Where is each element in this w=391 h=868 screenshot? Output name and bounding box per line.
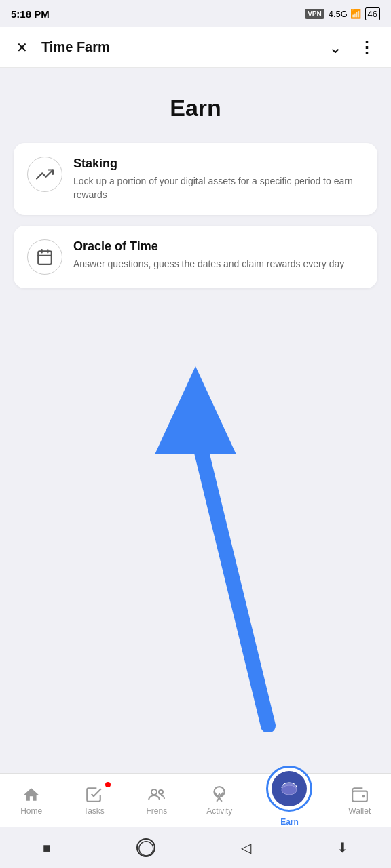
wallet-icon — [351, 786, 369, 804]
status-bar: 5:18 PM VPN 4.5G 📶 46 — [0, 0, 391, 27]
status-time: 5:18 PM — [11, 8, 50, 20]
staking-title: Staking — [73, 157, 364, 171]
nav-label-home: Home — [20, 806, 42, 816]
staking-text: Staking Lock up a portion of your digita… — [73, 157, 364, 201]
earn-icon — [280, 779, 299, 798]
system-square-button[interactable]: ■ — [43, 840, 51, 856]
vpn-badge: VPN — [305, 9, 324, 19]
top-bar-left: ✕ Time Farm — [14, 37, 110, 58]
oracle-icon — [27, 239, 62, 275]
nav-label-earn: Earn — [280, 817, 299, 827]
system-back-button[interactable]: ◁ — [241, 840, 251, 856]
page-title: Earn — [14, 95, 377, 121]
status-icons: VPN 4.5G 📶 46 — [305, 7, 380, 20]
staking-icon — [27, 157, 62, 192]
earn-icon-bg — [272, 771, 307, 806]
nav-item-wallet[interactable]: Wallet — [336, 781, 384, 821]
nav-item-frens[interactable]: Frens — [133, 781, 181, 821]
svg-point-7 — [159, 790, 163, 794]
earn-highlight-ring — [266, 766, 312, 812]
nav-label-activity: Activity — [206, 806, 232, 816]
top-bar: ✕ Time Farm ⌄ ⋮ — [0, 27, 391, 68]
system-home-button[interactable]: ◯ — [136, 838, 155, 857]
nav-label-tasks: Tasks — [83, 806, 105, 816]
svg-marker-5 — [155, 366, 236, 454]
oracle-text: Oracle of Time Answer questions, guess t… — [73, 239, 344, 271]
signal-icon: 4.5G 📶 — [329, 9, 361, 19]
nav-item-earn[interactable]: Earn — [258, 770, 320, 832]
tasks-notification-dot — [105, 782, 111, 787]
nav-item-activity[interactable]: Activity — [196, 781, 243, 821]
home-icon — [22, 786, 40, 804]
staking-desc: Lock up a portion of your digital assets… — [73, 175, 364, 201]
frens-icon — [147, 786, 166, 804]
oracle-title: Oracle of Time — [73, 239, 344, 254]
app-title: Time Farm — [41, 39, 110, 55]
main-content: Earn Staking Lock up a portion of your d… — [0, 68, 391, 313]
svg-point-15 — [362, 795, 364, 797]
oracle-card[interactable]: Oracle of Time Answer questions, guess t… — [14, 226, 377, 288]
top-bar-right: ⌄ ⋮ — [326, 35, 377, 60]
more-button[interactable]: ⋮ — [356, 35, 377, 60]
svg-point-6 — [151, 789, 157, 795]
tasks-icon — [85, 786, 103, 804]
nav-item-tasks[interactable]: Tasks — [70, 781, 117, 821]
svg-point-13 — [282, 785, 297, 795]
svg-rect-0 — [38, 252, 52, 265]
system-nav: ■ ◯ ◁ ⬇ — [0, 827, 391, 868]
nav-item-home[interactable]: Home — [7, 781, 55, 821]
nav-label-wallet: Wallet — [348, 806, 371, 816]
bottom-nav: Home Tasks Frens Activity — [0, 773, 391, 827]
svg-line-4 — [196, 427, 268, 726]
system-download-button[interactable]: ⬇ — [337, 840, 348, 856]
oracle-desc: Answer questions, guess the dates and cl… — [73, 258, 344, 271]
close-button[interactable]: ✕ — [14, 37, 31, 58]
activity-icon — [210, 786, 228, 804]
staking-card[interactable]: Staking Lock up a portion of your digita… — [14, 143, 377, 215]
dropdown-button[interactable]: ⌄ — [326, 35, 345, 60]
battery-icon: 46 — [365, 7, 380, 20]
nav-label-frens: Frens — [146, 806, 167, 816]
